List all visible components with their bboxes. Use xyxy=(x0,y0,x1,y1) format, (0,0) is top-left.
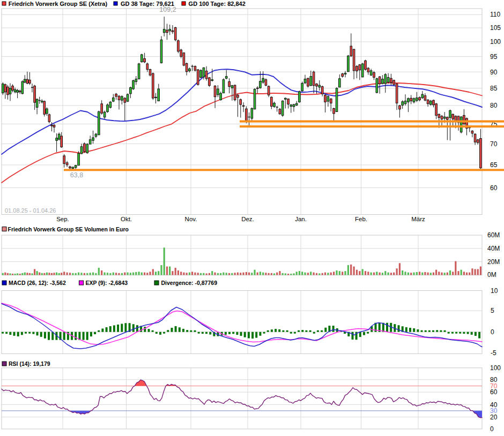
svg-text:100: 100 xyxy=(490,364,501,372)
svg-text:70: 70 xyxy=(490,140,498,148)
svg-text:-5: -5 xyxy=(491,349,496,357)
svg-text:MACD (26, 12): -3,562: MACD (26, 12): -3,562 xyxy=(9,280,66,286)
svg-text:RSI (14): 19,179: RSI (14): 19,179 xyxy=(9,360,50,367)
svg-text:GD 38 Tage: 79,621: GD 38 Tage: 79,621 xyxy=(121,1,174,7)
svg-text:110: 110 xyxy=(490,11,500,18)
svg-text:63,8: 63,8 xyxy=(70,171,83,179)
svg-text:Friedrich Vorwerk Group SE (Xe: Friedrich Vorwerk Group SE (Xetra) xyxy=(9,1,108,7)
svg-text:Divergence: -0,87769: Divergence: -0,87769 xyxy=(161,280,218,286)
svg-text:60M: 60M xyxy=(487,231,500,239)
svg-text:Feb.: Feb. xyxy=(355,216,367,222)
svg-text:105: 105 xyxy=(490,24,501,32)
svg-text:65: 65 xyxy=(490,161,498,169)
svg-text:Jan.: Jan. xyxy=(295,216,307,222)
svg-text:0M: 0M xyxy=(487,271,496,279)
svg-text:01.08.25 - 01.04.26: 01.08.25 - 01.04.26 xyxy=(5,207,56,214)
svg-text:GD 100 Tage: 82,842: GD 100 Tage: 82,842 xyxy=(189,1,246,7)
svg-text:Dez.: Dez. xyxy=(241,216,254,222)
svg-text:EXP (9): -2,6843: EXP (9): -2,6843 xyxy=(86,280,128,286)
svg-text:März: März xyxy=(411,216,425,222)
svg-text:100: 100 xyxy=(490,38,501,46)
svg-text:0: 0 xyxy=(491,328,494,336)
svg-text:20M: 20M xyxy=(487,258,500,266)
svg-text:40M: 40M xyxy=(487,245,500,252)
svg-text:5: 5 xyxy=(491,307,494,314)
svg-text:70: 70 xyxy=(490,382,498,390)
svg-text:30: 30 xyxy=(490,407,498,415)
svg-text:109,2: 109,2 xyxy=(159,6,176,13)
svg-text:10: 10 xyxy=(491,287,498,295)
svg-text:Sep.: Sep. xyxy=(56,216,69,222)
svg-text:0: 0 xyxy=(490,425,494,433)
svg-text:Okt.: Okt. xyxy=(121,216,132,222)
svg-text:90: 90 xyxy=(490,69,498,76)
svg-text:Nov.: Nov. xyxy=(185,216,197,222)
svg-text:60: 60 xyxy=(490,184,498,192)
svg-text:80: 80 xyxy=(490,102,498,109)
svg-text:95: 95 xyxy=(490,53,498,61)
svg-text:85: 85 xyxy=(490,85,498,92)
svg-text:Friedrich Vorwerk Group SE Vol: Friedrich Vorwerk Group SE Volumen in Eu… xyxy=(8,226,129,232)
